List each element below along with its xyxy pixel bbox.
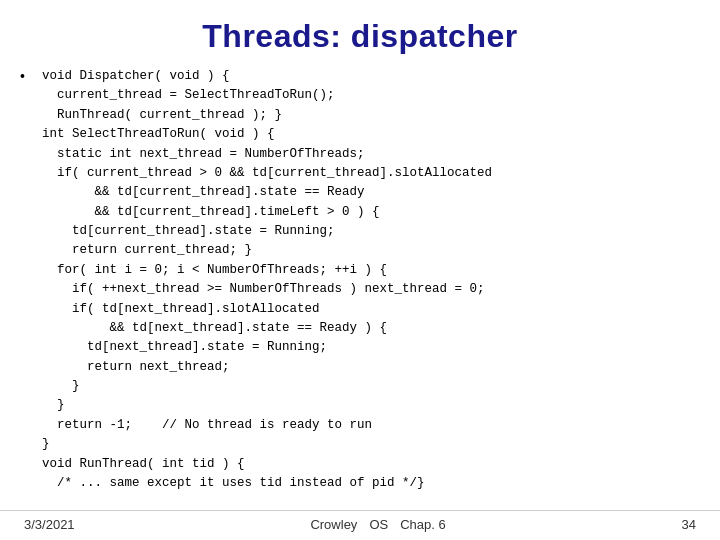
- footer-date: 3/3/2021: [24, 517, 75, 532]
- footer-center: Crowley OS Chap. 6: [310, 517, 445, 532]
- bullet-column: •: [20, 65, 42, 500]
- footer-chapter: Chap. 6: [400, 517, 446, 532]
- footer-author: Crowley: [310, 517, 357, 532]
- slide-content: • void Dispatcher( void ) { current_thre…: [0, 65, 720, 510]
- slide: Threads: dispatcher • void Dispatcher( v…: [0, 0, 720, 540]
- bullet-point: •: [20, 68, 25, 84]
- code-block: void Dispatcher( void ) { current_thread…: [42, 65, 700, 500]
- slide-footer: 3/3/2021 Crowley OS Chap. 6 34: [0, 510, 720, 540]
- footer-page: 34: [682, 517, 696, 532]
- slide-title: Threads: dispatcher: [0, 0, 720, 65]
- footer-course: OS: [369, 517, 388, 532]
